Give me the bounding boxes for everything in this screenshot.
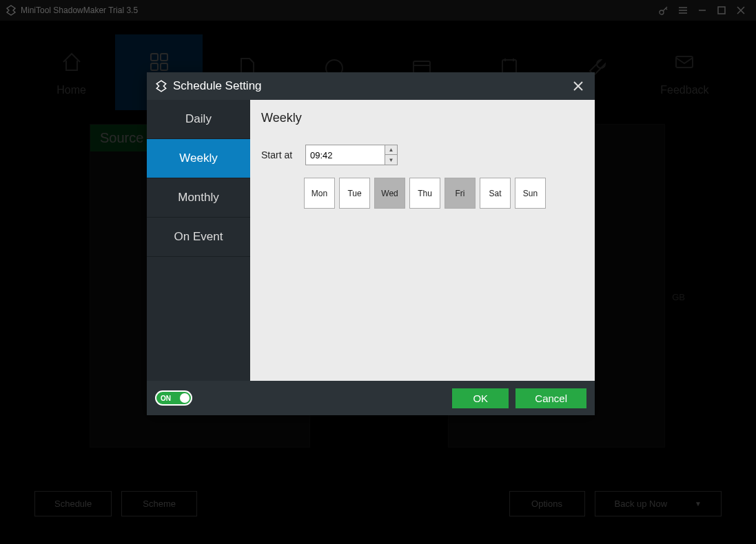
time-field[interactable]	[305, 145, 385, 165]
time-spinner-down[interactable]: ▼	[385, 155, 397, 165]
dialog-close-button[interactable]	[570, 78, 586, 94]
dialog-footer: ON OK Cancel	[147, 381, 595, 415]
time-input-group: ▲ ▼	[305, 145, 398, 165]
schedule-dialog: Schedule Setting Daily Weekly Monthly On…	[147, 72, 595, 415]
dialog-main: Weekly Start at ▲ ▼ Mon Tue Wed Thu Fri …	[250, 100, 595, 381]
cancel-button[interactable]: Cancel	[515, 388, 586, 408]
schedule-toggle[interactable]: ON	[155, 390, 192, 406]
time-spinner-up[interactable]: ▲	[385, 145, 397, 155]
tab-weekly[interactable]: Weekly	[147, 139, 250, 178]
dialog-header: Schedule Setting	[147, 72, 595, 100]
tab-monthly[interactable]: Monthly	[147, 178, 250, 218]
days-row: Mon Tue Wed Thu Fri Sat Sun	[304, 178, 584, 209]
dialog-title: Schedule Setting	[173, 79, 262, 93]
day-sat[interactable]: Sat	[480, 178, 511, 209]
day-thu[interactable]: Thu	[409, 178, 440, 209]
tab-daily[interactable]: Daily	[147, 100, 250, 139]
dialog-sidebar: Daily Weekly Monthly On Event	[147, 100, 250, 381]
day-tue[interactable]: Tue	[339, 178, 370, 209]
panel-title: Weekly	[261, 111, 584, 125]
day-mon[interactable]: Mon	[304, 178, 335, 209]
day-sun[interactable]: Sun	[515, 178, 546, 209]
start-at-label: Start at	[261, 149, 300, 160]
day-fri[interactable]: Fri	[445, 178, 476, 209]
day-wed[interactable]: Wed	[374, 178, 405, 209]
toggle-label: ON	[161, 395, 171, 402]
tab-on-event[interactable]: On Event	[147, 218, 250, 257]
dialog-logo-icon	[155, 80, 167, 92]
toggle-knob	[180, 393, 190, 403]
ok-button[interactable]: OK	[452, 388, 509, 408]
